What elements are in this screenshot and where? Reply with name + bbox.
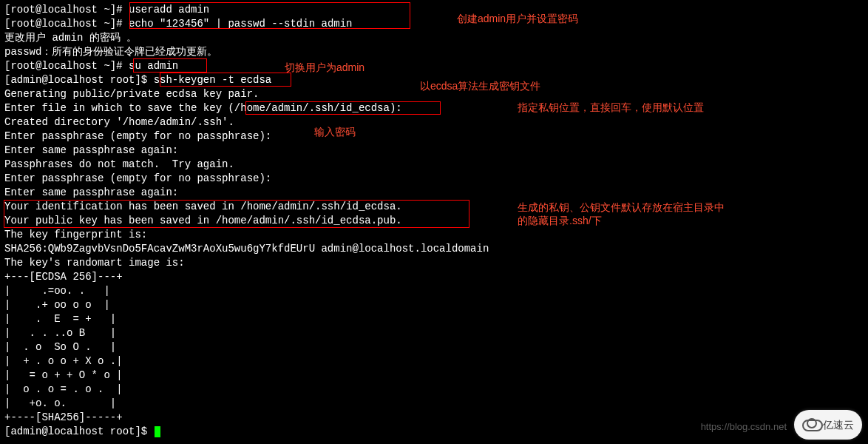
terminal-output-line: | .+ oo o o | xyxy=(4,298,864,312)
terminal-output-line: Your identification has been saved in /h… xyxy=(4,200,864,214)
prompt-text: [admin@localhost root]$ xyxy=(4,426,154,437)
prompt-text: [root@localhost ~]# xyxy=(4,18,129,30)
command-text: useradd admin xyxy=(129,4,209,16)
terminal-output-line: Enter same passphrase again: xyxy=(4,186,864,200)
terminal-output-line: Enter same passphrase again: xyxy=(4,144,864,158)
terminal-command-line: [root@localhost ~]# useradd admin xyxy=(4,3,864,17)
annotation-create-user: 创建admin用户并设置密码 xyxy=(457,12,578,25)
annotation-saved: 生成的私钥、公钥文件默认存放在宿主目录中的隐藏目录.ssh/下 xyxy=(518,201,732,227)
terminal-command-line: [root@localhost ~]# su admin xyxy=(4,59,864,73)
logo-text: 亿速云 xyxy=(823,418,854,432)
logo-bubble: 亿速云 xyxy=(794,410,862,440)
cursor-icon xyxy=(155,426,160,437)
annotation-switch-user: 切换用户为admin xyxy=(285,61,365,74)
prompt-text: [admin@localhost root]$ xyxy=(4,74,154,86)
terminal-output-line: | +o. o. | xyxy=(4,397,864,411)
cloud-icon xyxy=(802,418,820,431)
watermark-text: https://blog.csdn.net xyxy=(701,420,787,434)
terminal-output[interactable]: [root@localhost ~]# useradd admin[root@l… xyxy=(0,0,868,442)
terminal-output-line: Enter file in which to save the key (/ho… xyxy=(4,101,864,115)
terminal-output-line: | . . ..o B | xyxy=(4,326,864,340)
terminal-output-line: 更改用户 admin 的密码 。 xyxy=(4,31,864,45)
annotation-keygen: 以ecdsa算法生成密钥文件 xyxy=(420,79,540,92)
terminal-output-line: passwd：所有的身份验证令牌已经成功更新。 xyxy=(4,45,864,59)
terminal-command-line: [root@localhost ~]# echo "123456" | pass… xyxy=(4,17,864,31)
annotation-passphrase: 输入密码 xyxy=(314,125,356,138)
terminal-output-line: | o . o = . o . | xyxy=(4,383,864,397)
command-text: su admin xyxy=(129,60,178,72)
terminal-output-line: +---[ECDSA 256]---+ xyxy=(4,270,864,284)
command-text: echo "123456" | passwd --stdin admin xyxy=(129,18,352,30)
terminal-output-line: Passphrases do not match. Try again. xyxy=(4,158,864,172)
terminal-output-line: | = o + + O * o | xyxy=(4,369,864,383)
prompt-text: [root@localhost ~]# xyxy=(4,4,129,16)
terminal-output-line: Enter passphrase (empty for no passphras… xyxy=(4,130,864,144)
terminal-output-line: | .=oo. . | xyxy=(4,284,864,298)
annotation-keypath: 指定私钥位置，直接回车，使用默认位置 xyxy=(518,101,704,114)
command-text: ssh-keygen -t ecdsa xyxy=(154,74,272,86)
terminal-output-line: | . E = + | xyxy=(4,312,864,326)
terminal-output-line: | + . o o + X o .| xyxy=(4,354,864,369)
terminal-output-line: Enter passphrase (empty for no passphras… xyxy=(4,172,864,186)
terminal-output-line: Created directory '/home/admin/.ssh'. xyxy=(4,115,864,130)
terminal-output-line: The key's randomart image is: xyxy=(4,256,864,270)
terminal-output-line: SHA256:QWb9ZagvbVsnDo5FAcavZwM3rAoXu5wu6… xyxy=(4,242,864,256)
prompt-text: [root@localhost ~]# xyxy=(4,60,129,72)
terminal-output-line: | . o So O . | xyxy=(4,340,864,354)
terminal-output-line: Your public key has been saved in /home/… xyxy=(4,214,864,228)
terminal-output-line: The key fingerprint is: xyxy=(4,228,864,242)
